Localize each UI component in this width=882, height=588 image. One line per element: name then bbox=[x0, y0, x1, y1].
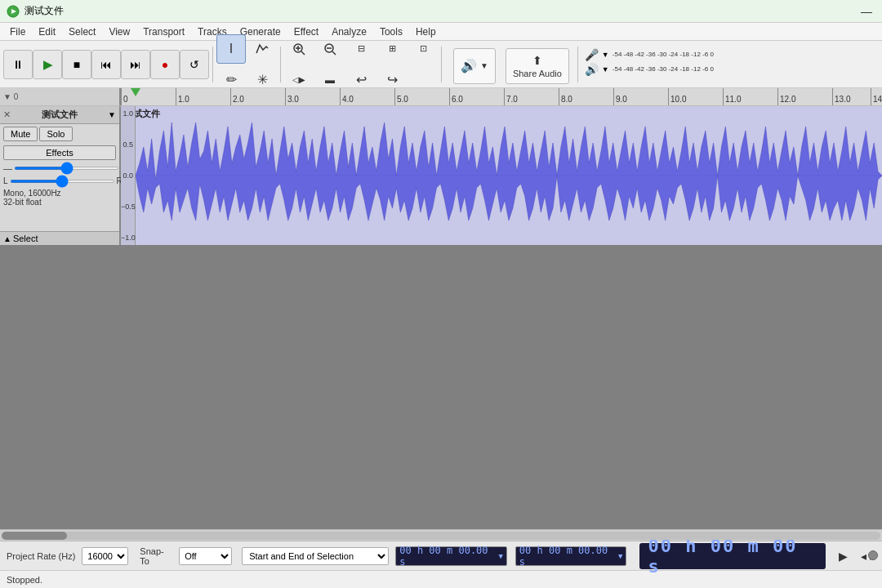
scroll-track bbox=[2, 532, 880, 540]
ruler-tick: 4.0 bbox=[340, 88, 354, 105]
time-display-start[interactable]: 00 h 00 m 00.00 s ▼ bbox=[395, 546, 507, 566]
ruler-tick: 0 bbox=[121, 88, 128, 105]
mic-icon: 🎤 bbox=[585, 48, 599, 61]
waveform-display[interactable]: 测试文件 1.0 0.5 0.0 −0.5 −1.0 bbox=[121, 106, 882, 245]
pan-control: L R bbox=[0, 175, 119, 187]
track-controls: ✕ 测试文件 ▼ Mute Solo Effects — + L R bbox=[0, 106, 121, 245]
select-dropdown-button[interactable]: ▲ Select bbox=[0, 231, 119, 245]
horizontal-scrollbar[interactable] bbox=[0, 529, 882, 541]
track-bit-info: 32-bit float bbox=[3, 198, 116, 207]
playback-speed-slider[interactable]: ◂ ▸ bbox=[861, 550, 875, 563]
track-buttons: Mute Solo bbox=[0, 124, 119, 144]
play-button[interactable]: ▶ bbox=[33, 50, 62, 79]
vu-meters-group: 🎤 ▼ -54 -48 -42 -36 -30 -24 -18 -12 -6 0… bbox=[581, 47, 717, 82]
speed-slider-thumb[interactable] bbox=[868, 550, 878, 560]
minimize-button[interactable]: — bbox=[861, 5, 872, 18]
snap-to-label: Snap-To bbox=[140, 546, 172, 566]
track-close-button[interactable]: ✕ bbox=[3, 109, 11, 120]
mini-play-button[interactable]: ▶ bbox=[835, 548, 851, 564]
effects-button[interactable]: Effects bbox=[3, 145, 116, 160]
record-button[interactable]: ● bbox=[150, 50, 180, 79]
time-end-dropdown[interactable]: ▼ bbox=[618, 552, 622, 560]
menu-bar: File Edit Select View Transport Tracks G… bbox=[0, 23, 882, 41]
menu-view[interactable]: View bbox=[102, 24, 136, 39]
y-label-1: 1.0 bbox=[121, 109, 135, 118]
solo-button[interactable]: Solo bbox=[39, 127, 72, 141]
ruler-tick: 11.0 bbox=[723, 88, 741, 105]
empty-track-area bbox=[0, 245, 882, 529]
speaker-small-icon: 🔊 bbox=[585, 63, 599, 76]
ruler: 01.02.03.04.05.06.07.08.09.010.011.012.0… bbox=[121, 88, 882, 106]
stop-button[interactable]: ■ bbox=[62, 50, 91, 79]
window-title: 测试文件 bbox=[24, 4, 64, 18]
gain-control: — + bbox=[0, 162, 119, 175]
ruler-tick: 6.0 bbox=[449, 88, 463, 105]
share-icon: ⬆ bbox=[532, 54, 542, 67]
zoom-selection-button[interactable]: ⊞ bbox=[377, 34, 407, 64]
select-up-icon: ▲ bbox=[3, 234, 11, 243]
ruler-tick: 2.0 bbox=[230, 88, 244, 105]
time-display-end[interactable]: 00 h 00 m 00.00 s ▼ bbox=[515, 546, 627, 566]
gain-minus-label: — bbox=[3, 163, 12, 173]
menu-file[interactable]: File bbox=[3, 24, 32, 39]
ruler-tick: 14.0 bbox=[871, 88, 882, 105]
speaker-icon: 🔊 bbox=[461, 58, 477, 74]
menu-transport[interactable]: Transport bbox=[136, 24, 191, 39]
svg-line-3 bbox=[301, 51, 305, 55]
zoom-out-button[interactable] bbox=[315, 34, 345, 64]
audio-setup-button[interactable]: 🔊 ▼ bbox=[453, 48, 496, 84]
status-text: Stopped. bbox=[7, 575, 42, 585]
skip-forward-button[interactable]: ⏭ bbox=[121, 50, 150, 79]
skip-back-button[interactable]: ⏮ bbox=[91, 50, 121, 79]
zoom-in-button[interactable] bbox=[284, 34, 314, 64]
tools-group: I ✏ ✳ bbox=[216, 47, 281, 82]
y-label-05: 0.5 bbox=[121, 140, 135, 149]
pause-button[interactable]: ⏸ bbox=[3, 50, 33, 79]
y-axis: 1.0 0.5 0.0 −0.5 −1.0 bbox=[121, 106, 136, 245]
menu-edit[interactable]: Edit bbox=[32, 24, 62, 39]
transport-group: ⏸ ▶ ■ ⏮ ⏭ ● ↺ bbox=[3, 47, 213, 82]
playhead-marker[interactable] bbox=[131, 88, 140, 96]
track-header: ✕ 测试文件 ▼ bbox=[0, 106, 119, 124]
select-tool-button[interactable]: I bbox=[216, 34, 246, 64]
ruler-tick: 3.0 bbox=[285, 88, 299, 105]
selection-mode-select[interactable]: Start and End of Selection Start and Len… bbox=[242, 547, 389, 565]
ruler-tick: 10.0 bbox=[668, 88, 686, 105]
mic-dropdown[interactable]: ▼ bbox=[602, 51, 609, 59]
ruler-tick: 13.0 bbox=[832, 88, 850, 105]
db-scale-bottom: -54 -48 -42 -36 -30 -24 -18 -12 -6 0 bbox=[612, 65, 714, 73]
menu-select[interactable]: Select bbox=[62, 24, 102, 39]
ruler-tick: 1.0 bbox=[176, 88, 189, 105]
envelope-tool-button[interactable] bbox=[247, 34, 277, 64]
app-icon bbox=[7, 5, 20, 18]
speaker-dropdown[interactable]: ▼ bbox=[602, 65, 609, 74]
fit-project-button[interactable]: ⊟ bbox=[346, 34, 376, 64]
title-bar: 测试文件 — bbox=[0, 0, 882, 23]
track-dropdown-button[interactable]: ▼ bbox=[108, 110, 116, 119]
toolbar: ⏸ ▶ ■ ⏮ ⏭ ● ↺ I ✏ ✳ bbox=[0, 41, 882, 88]
mute-button[interactable]: Mute bbox=[3, 127, 38, 141]
pan-l-label: L bbox=[3, 176, 8, 185]
gain-slider[interactable] bbox=[14, 167, 119, 170]
time-start-value: 00 h 00 m 00.00 s bbox=[399, 545, 497, 568]
audio-setup-dropdown[interactable]: ▼ bbox=[480, 61, 488, 70]
y-label-m1: −1.0 bbox=[121, 234, 135, 242]
waveform-svg bbox=[136, 106, 882, 245]
time-start-dropdown[interactable]: ▼ bbox=[498, 552, 502, 560]
pan-slider[interactable] bbox=[10, 180, 115, 183]
ruler-tick: 8.0 bbox=[559, 88, 572, 105]
select-label: Select bbox=[13, 234, 38, 243]
share-audio-button[interactable]: ⬆ Share Audio bbox=[506, 48, 569, 84]
project-rate-select[interactable]: 16000 22050 44100 48000 bbox=[82, 547, 128, 565]
track-info: Mono, 16000Hz 32-bit float bbox=[0, 187, 119, 208]
y-label-m05: −0.5 bbox=[121, 203, 135, 211]
track-name: 测试文件 bbox=[42, 109, 78, 121]
scroll-thumb[interactable] bbox=[2, 532, 67, 540]
zoom-reset-button[interactable]: ⊡ bbox=[408, 34, 438, 64]
db-scale-top: -54 -48 -42 -36 -30 -24 -18 -12 -6 0 bbox=[612, 51, 714, 58]
audio-setup-group: 🔊 ▼ ⬆ Share Audio bbox=[445, 47, 578, 82]
loop-button[interactable]: ↺ bbox=[180, 50, 209, 79]
ruler-tick: 12.0 bbox=[777, 88, 795, 105]
snap-to-select[interactable]: Off Nearest bbox=[179, 547, 232, 565]
share-audio-label: Share Audio bbox=[513, 69, 562, 78]
